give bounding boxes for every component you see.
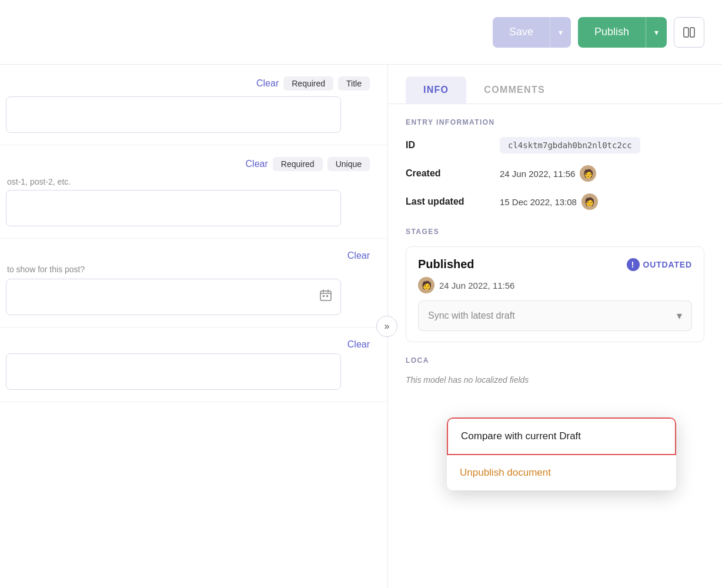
sync-label: Sync with latest draft bbox=[428, 310, 515, 321]
locale-section-title: LOCA bbox=[406, 356, 704, 365]
publish-chevron-icon: ▾ bbox=[654, 28, 659, 37]
svg-rect-3 bbox=[323, 295, 325, 297]
svg-rect-1 bbox=[690, 28, 694, 37]
panel-collapse-button[interactable]: » bbox=[376, 316, 397, 337]
publish-main-button[interactable]: Publish bbox=[578, 17, 646, 48]
updated-date: 15 Dec 2022, 13:08 bbox=[500, 197, 577, 207]
compare-draft-item[interactable]: Compare with current Draft bbox=[447, 417, 676, 455]
clear-locale-button[interactable]: Clear bbox=[347, 339, 370, 350]
date-question: to show for this post? bbox=[6, 265, 370, 274]
field-date-section: Clear to show for this post? bbox=[0, 239, 387, 328]
outdated-badge: ! OUTDATED bbox=[627, 258, 692, 271]
unique-badge: Unique bbox=[327, 157, 370, 171]
stage-date-value: 24 Jun 2022, 11:56 bbox=[439, 280, 514, 290]
calendar-icon bbox=[319, 288, 333, 306]
sync-dropdown-popup: Compare with current Draft Unpublish doc… bbox=[447, 417, 676, 490]
updated-label: Last updated bbox=[406, 196, 500, 207]
required-badge: Required bbox=[283, 76, 333, 91]
svg-rect-2 bbox=[320, 291, 331, 300]
sync-dropdown[interactable]: Sync with latest draft ▾ bbox=[418, 300, 692, 331]
field-title-badges: Clear Required Title bbox=[6, 76, 370, 91]
slug-hint: ost-1, post-2, etc. bbox=[6, 177, 370, 186]
published-stage-card: Published ! OUTDATED 🧑 24 Jun 2022, 11:5… bbox=[406, 246, 704, 342]
field-locale-section: Clear bbox=[0, 328, 387, 402]
tab-info[interactable]: INFO bbox=[406, 76, 466, 103]
date-input[interactable] bbox=[6, 279, 341, 315]
updated-row: Last updated 15 Dec 2022, 13:08 🧑 bbox=[406, 193, 704, 210]
clear-title-button[interactable]: Clear bbox=[256, 78, 279, 89]
id-row: ID cl4sktm7gbdah0bn2nl0tc2cc bbox=[406, 137, 704, 153]
stage-avatar: 🧑 bbox=[418, 277, 434, 293]
main-layout: Clear Required Title Clear Required Uniq… bbox=[0, 65, 722, 588]
layout-icon bbox=[683, 26, 696, 39]
svg-rect-4 bbox=[326, 295, 328, 297]
unpublish-document-item[interactable]: Unpublish document bbox=[447, 455, 676, 490]
publish-dropdown-button[interactable]: ▾ bbox=[646, 17, 667, 48]
layout-toggle-button[interactable] bbox=[674, 17, 704, 48]
stage-card-header: Published ! OUTDATED bbox=[418, 258, 692, 271]
entry-info-section-title: ENTRY INFORMATION bbox=[406, 118, 704, 126]
left-panel: Clear Required Title Clear Required Uniq… bbox=[0, 65, 388, 588]
save-chevron-icon: ▾ bbox=[559, 28, 563, 37]
save-dropdown-button[interactable]: ▾ bbox=[550, 17, 571, 48]
save-main-button[interactable]: Save bbox=[493, 17, 550, 48]
created-label: Created bbox=[406, 168, 500, 179]
outdated-icon: ! bbox=[627, 258, 640, 271]
save-button-group[interactable]: Save ▾ bbox=[493, 17, 571, 48]
created-row: Created 24 Jun 2022, 11:56 🧑 bbox=[406, 165, 704, 182]
clear-date-button[interactable]: Clear bbox=[347, 250, 370, 261]
info-content: ENTRY INFORMATION ID cl4sktm7gbdah0bn2nl… bbox=[388, 104, 722, 399]
right-panel: INFO COMMENTS ENTRY INFORMATION ID cl4sk… bbox=[388, 65, 722, 588]
clear-slug-button[interactable]: Clear bbox=[246, 159, 268, 169]
created-date: 24 Jun 2022, 11:56 bbox=[500, 169, 575, 179]
toolbar: Save ▾ Publish ▾ bbox=[0, 0, 722, 65]
title-badge: Title bbox=[338, 76, 370, 91]
stages-section: STAGES Published ! OUTDATED 🧑 24 Jun 202… bbox=[406, 228, 704, 342]
svg-rect-0 bbox=[684, 28, 688, 37]
updated-avatar: 🧑 bbox=[581, 193, 598, 210]
slug-input[interactable] bbox=[6, 190, 341, 226]
id-badge: cl4sktm7gbdah0bn2nl0tc2cc bbox=[500, 137, 640, 153]
created-avatar: 🧑 bbox=[580, 165, 596, 182]
updated-value: 15 Dec 2022, 13:08 🧑 bbox=[500, 193, 598, 210]
stage-name: Published bbox=[418, 258, 474, 271]
title-input[interactable] bbox=[6, 96, 341, 133]
id-label: ID bbox=[406, 140, 500, 151]
publish-button-group[interactable]: Publish ▾ bbox=[578, 17, 667, 48]
field-title-section: Clear Required Title bbox=[0, 65, 387, 145]
outdated-label: OUTDATED bbox=[643, 260, 692, 269]
created-value: 24 Jun 2022, 11:56 🧑 bbox=[500, 165, 596, 182]
required-badge-2: Required bbox=[273, 157, 323, 171]
tabs-bar: INFO COMMENTS bbox=[388, 65, 722, 104]
id-value: cl4sktm7gbdah0bn2nl0tc2cc bbox=[500, 137, 640, 153]
locale-input[interactable] bbox=[6, 353, 341, 390]
stages-section-title: STAGES bbox=[406, 228, 704, 236]
field-slug-badges: Clear Required Unique bbox=[6, 157, 370, 171]
sync-chevron-icon: ▾ bbox=[677, 309, 682, 322]
stage-date: 🧑 24 Jun 2022, 11:56 bbox=[418, 277, 692, 293]
tab-comments[interactable]: COMMENTS bbox=[466, 76, 563, 103]
field-slug-section: Clear Required Unique ost-1, post-2, etc… bbox=[0, 145, 387, 239]
locale-hint: This model has no localized fields bbox=[406, 375, 704, 385]
entry-info-table: ID cl4sktm7gbdah0bn2nl0tc2cc Created 24 … bbox=[406, 137, 704, 210]
locale-section: LOCA This model has no localized fields bbox=[406, 356, 704, 385]
